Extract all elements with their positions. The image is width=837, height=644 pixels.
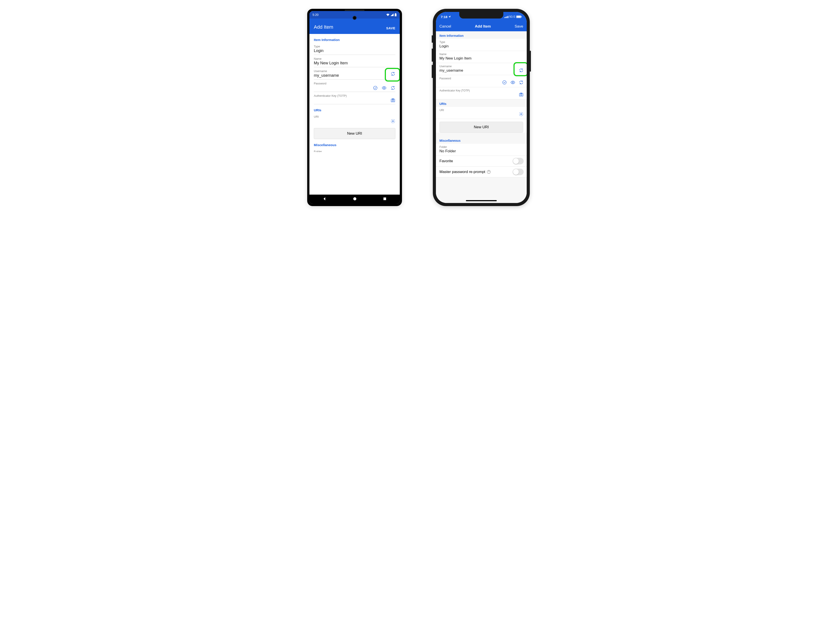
svg-point-8 — [353, 197, 356, 200]
notch — [459, 12, 503, 18]
new-uri-button[interactable]: New URI — [440, 122, 523, 133]
username-field[interactable]: Username my_username — [314, 67, 396, 80]
show-password-icon[interactable] — [510, 80, 515, 85]
android-app-bar: Add Item SAVE — [309, 18, 400, 34]
ios-form-body: Item Information Type Login Name My New … — [436, 31, 527, 203]
section-uris: URIs — [314, 108, 396, 112]
save-button[interactable]: Save — [515, 24, 523, 29]
wifi-icon — [386, 13, 390, 16]
svg-rect-13 — [508, 16, 509, 18]
svg-point-3 — [384, 87, 385, 89]
section-item-information: Item Information — [436, 31, 527, 39]
name-label: Name — [440, 53, 523, 56]
uri-label: URI — [314, 115, 396, 118]
username-label: Username — [314, 69, 396, 73]
status-time: 7:18 — [441, 15, 447, 19]
password-field[interactable]: Password — [314, 80, 396, 92]
battery-icon — [394, 13, 397, 16]
new-uri-button[interactable]: New URI — [314, 128, 396, 139]
generate-password-icon[interactable] — [391, 85, 396, 90]
section-item-information: Item Information — [314, 38, 396, 42]
section-uris: URIs — [436, 99, 527, 107]
totp-field[interactable]: Authenticator Key (TOTP) — [314, 92, 396, 104]
camera-hole — [353, 16, 356, 20]
reprompt-row[interactable]: Master password re-prompt — [436, 167, 527, 177]
svg-rect-4 — [391, 99, 395, 102]
status-right-cluster — [386, 13, 397, 16]
check-password-icon[interactable] — [502, 80, 507, 85]
home-nav-icon[interactable] — [353, 197, 357, 202]
uri-value — [440, 112, 523, 117]
type-field[interactable]: Type Login — [436, 39, 527, 51]
ios-device-frame: 7:18 5G E Cancel Add Item Save Item Info… — [433, 9, 530, 206]
username-field[interactable]: Username my_username — [436, 63, 527, 75]
password-field[interactable]: Password — [436, 75, 527, 87]
page-title: Add Item — [475, 24, 491, 29]
folder-field[interactable]: Folder — [314, 148, 396, 152]
folder-label: Folder — [440, 145, 523, 149]
svg-point-22 — [520, 113, 522, 115]
svg-point-2 — [374, 86, 377, 90]
svg-rect-1 — [395, 13, 396, 14]
username-value: my_username — [440, 68, 523, 73]
scan-qr-icon[interactable] — [519, 92, 524, 97]
type-field[interactable]: Type Login — [314, 43, 396, 55]
show-password-icon[interactable] — [382, 85, 387, 90]
uri-value — [314, 119, 396, 124]
volume-down-button — [432, 65, 433, 78]
uri-settings-icon[interactable] — [519, 112, 524, 117]
totp-label: Authenticator Key (TOTP) — [440, 89, 523, 92]
svg-point-7 — [392, 120, 394, 122]
svg-rect-16 — [522, 16, 522, 17]
folder-label: Folder — [314, 150, 396, 152]
scan-qr-icon[interactable] — [391, 98, 396, 103]
totp-value — [440, 92, 523, 97]
name-field[interactable]: Name My New Login Item — [436, 51, 527, 63]
svg-point-18 — [512, 82, 514, 83]
svg-rect-10 — [504, 17, 505, 18]
reprompt-toggle[interactable] — [513, 169, 524, 175]
back-nav-icon[interactable] — [323, 197, 327, 202]
status-time: 5:20 — [312, 13, 318, 16]
svg-rect-19 — [519, 94, 523, 96]
home-indicator[interactable] — [466, 200, 497, 201]
totp-value — [314, 98, 396, 103]
name-value: My New Login Item — [314, 61, 396, 66]
type-value: Login — [314, 48, 396, 53]
name-label: Name — [314, 57, 396, 61]
name-field[interactable]: Name My New Login Item — [314, 55, 396, 67]
section-miscellaneous: Miscellaneous — [314, 143, 396, 147]
uri-settings-icon[interactable] — [391, 119, 396, 124]
android-screen: 5:20 Add Item SAVE Item Information Type… — [309, 11, 400, 204]
help-icon[interactable] — [487, 170, 491, 174]
username-label: Username — [440, 65, 523, 68]
page-title: Add Item — [314, 24, 333, 30]
android-device-frame: 5:20 Add Item SAVE Item Information Type… — [307, 9, 402, 206]
power-button — [530, 51, 531, 72]
uri-field[interactable]: URI — [314, 113, 396, 125]
ios-nav-bar: Cancel Add Item Save — [436, 21, 527, 31]
signal-icon — [391, 13, 394, 16]
favorite-row[interactable]: Favorite — [436, 156, 527, 167]
save-button[interactable]: SAVE — [386, 26, 396, 30]
generate-username-icon[interactable] — [391, 71, 396, 76]
battery-icon — [516, 15, 522, 18]
folder-field[interactable]: Folder No Folder — [436, 144, 527, 156]
reprompt-label: Master password re-prompt — [440, 170, 485, 174]
recents-nav-icon[interactable] — [383, 197, 387, 202]
volume-up-button — [432, 48, 433, 62]
generate-password-icon[interactable] — [519, 80, 524, 85]
cancel-button[interactable]: Cancel — [440, 24, 451, 29]
android-nav-bar — [309, 195, 400, 204]
check-password-icon[interactable] — [373, 85, 378, 90]
totp-field[interactable]: Authenticator Key (TOTP) — [436, 87, 527, 99]
password-label: Password — [314, 82, 396, 85]
uri-field[interactable]: URI — [436, 107, 527, 119]
type-label: Type — [314, 45, 396, 48]
section-miscellaneous: Miscellaneous — [436, 136, 527, 144]
favorite-toggle[interactable] — [513, 158, 524, 164]
generate-username-icon[interactable] — [519, 68, 524, 73]
svg-rect-15 — [517, 16, 521, 18]
totp-label: Authenticator Key (TOTP) — [314, 94, 396, 97]
type-value: Login — [440, 44, 523, 49]
